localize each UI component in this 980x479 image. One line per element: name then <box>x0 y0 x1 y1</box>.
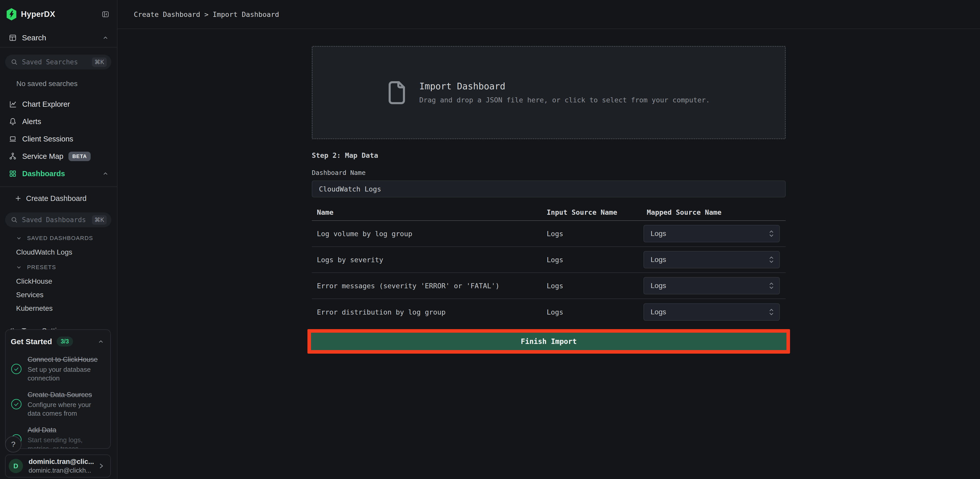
chevron-up-icon[interactable] <box>102 171 109 177</box>
table-header-row: Name Input Source Name Mapped Source Nam… <box>312 204 786 221</box>
search-section-icon <box>9 34 17 42</box>
user-email: dominic.tran@clickh... <box>29 467 98 474</box>
chevron-down-icon <box>16 265 22 270</box>
bell-icon <box>8 118 17 126</box>
app-root: HyperDX Search <box>0 0 980 479</box>
input-source-cell: Logs <box>547 256 643 264</box>
sidebar-nav: Chart Explorer Alerts Client Sessions <box>0 95 117 187</box>
input-source-cell: Logs <box>547 230 643 238</box>
sidebar-item-cloudwatch-logs[interactable]: CloudWatch Logs <box>16 248 117 256</box>
table-row: Error messages (severity 'ERROR' or 'FAT… <box>312 273 786 299</box>
chart-icon <box>8 100 17 108</box>
beta-badge: BETA <box>68 152 91 161</box>
section-title: SAVED DASHBOARDS <box>27 235 93 242</box>
annotation-highlight-box: Finish Import <box>307 329 790 353</box>
selected-value: Logs <box>651 308 768 316</box>
help-button[interactable]: ? <box>5 436 21 452</box>
chart-name-cell: Error distribution by log group <box>312 308 547 316</box>
mapped-source-select[interactable]: Logs <box>643 225 780 242</box>
selected-value: Logs <box>651 282 768 290</box>
mapped-source-select[interactable]: Logs <box>643 251 780 268</box>
get-started-item-connect[interactable]: Connect to ClickHouse Set up your databa… <box>11 355 104 383</box>
dropzone-title: Import Dashboard <box>419 81 710 91</box>
brand: HyperDX <box>6 8 55 21</box>
sidebar-item-client-sessions[interactable]: Client Sessions <box>0 130 117 148</box>
avatar: D <box>9 459 23 473</box>
saved-dashboards-input[interactable] <box>22 216 92 224</box>
saved-dashboards-section-header[interactable]: SAVED DASHBOARDS <box>16 235 117 242</box>
mapped-source-select[interactable]: Logs <box>643 277 780 294</box>
sidebar-item-alerts[interactable]: Alerts <box>0 113 117 130</box>
collapse-sidebar-icon[interactable] <box>102 11 109 18</box>
get-started-header[interactable]: Get Started 3/3 <box>11 337 104 347</box>
chevron-down-icon <box>16 236 22 241</box>
cmd-k-shortcut: ⌘K <box>92 57 107 67</box>
saved-dashboards-search[interactable]: ⌘K <box>5 212 111 227</box>
sidebar-item-chart-explorer[interactable]: Chart Explorer <box>0 95 117 113</box>
input-source-cell: Logs <box>547 282 643 290</box>
sidebar-item-clickhouse[interactable]: ClickHouse <box>16 277 117 285</box>
check-circle-icon <box>11 390 22 418</box>
check-circle-icon <box>11 355 22 383</box>
search-icon <box>11 216 18 223</box>
input-source-cell: Logs <box>547 308 643 316</box>
create-dashboard-button[interactable]: Create Dashboard <box>0 190 117 207</box>
chevron-up-icon[interactable] <box>102 35 109 41</box>
user-account-button[interactable]: D dominic.tran@clic... dominic.tran@clic… <box>5 455 111 477</box>
table-row: Error distribution by log group Logs Log… <box>312 299 786 325</box>
dropzone-subtitle: Drag and drop a JSON file here, or click… <box>419 96 710 104</box>
chart-name-cell: Log volume by log group <box>312 230 547 238</box>
chart-name-cell: Logs by severity <box>312 256 547 264</box>
table-row: Logs by severity Logs Logs <box>312 247 786 273</box>
sidebar-item-kubernetes[interactable]: Kubernetes <box>16 304 117 312</box>
sidebar-item-label: Alerts <box>22 118 41 126</box>
map-data-table: Name Input Source Name Mapped Source Nam… <box>312 204 786 325</box>
laptop-icon <box>8 135 17 143</box>
sidebar-item-label: Service Map <box>22 152 63 161</box>
select-chevrons-icon <box>768 308 774 316</box>
get-started-item-title: Create Data Sources <box>27 390 102 399</box>
sidebar-item-services[interactable]: Services <box>16 291 117 299</box>
user-name: dominic.tran@clic... <box>29 458 98 466</box>
select-chevrons-icon <box>768 282 774 290</box>
get-started-item-title: Add Data <box>27 426 102 434</box>
brand-name: HyperDX <box>21 10 55 19</box>
section-title: PRESETS <box>27 264 56 271</box>
get-started-item-sources[interactable]: Create Data Sources Configure where your… <box>11 390 104 418</box>
saved-searches-search[interactable]: ⌘K <box>5 55 111 70</box>
get-started-title: Get Started <box>11 337 52 346</box>
sidebar-item-dashboards[interactable]: Dashboards <box>0 165 117 182</box>
saved-searches-input[interactable] <box>22 58 92 66</box>
import-dropzone[interactable]: Import Dashboard Drag and drop a JSON fi… <box>312 46 786 139</box>
get-started-item-add-data[interactable]: Add Data Start sending logs, metrics, or… <box>11 426 104 449</box>
service-map-icon <box>8 152 17 160</box>
column-header-mapped-source: Mapped Source Name <box>643 208 786 216</box>
dashboard-name-label: Dashboard Name <box>312 169 786 177</box>
sidebar: HyperDX Search <box>0 0 118 479</box>
plus-icon <box>15 195 21 202</box>
chevron-up-icon[interactable] <box>97 339 104 344</box>
step-title: Step 2: Map Data <box>312 151 786 159</box>
table-row: Log volume by log group Logs Logs <box>312 221 786 247</box>
select-chevrons-icon <box>768 230 774 237</box>
no-saved-searches-text: No saved searches <box>16 80 117 88</box>
column-header-name: Name <box>312 208 547 216</box>
dashboards-grid-icon <box>8 170 17 178</box>
hyperdx-logo-icon <box>6 8 16 21</box>
breadcrumb: Create Dashboard > Import Dashboard <box>134 11 279 18</box>
dashboard-name-input[interactable] <box>312 180 786 197</box>
main-area: Create Dashboard > Import Dashboard Impo… <box>118 0 980 479</box>
finish-import-button[interactable]: Finish Import <box>311 333 786 350</box>
file-icon <box>388 81 406 105</box>
content: Import Dashboard Drag and drop a JSON fi… <box>312 29 786 353</box>
search-icon <box>11 59 18 65</box>
get-started-items: Connect to ClickHouse Set up your databa… <box>11 355 104 449</box>
presets-section-header[interactable]: PRESETS <box>16 264 117 271</box>
brand-row: HyperDX <box>0 0 117 29</box>
sidebar-item-service-map[interactable]: Service Map BETA <box>0 148 117 165</box>
create-dashboard-label: Create Dashboard <box>26 194 87 203</box>
topbar: Create Dashboard > Import Dashboard <box>118 0 980 29</box>
cmd-k-shortcut: ⌘K <box>92 215 107 225</box>
mapped-source-select[interactable]: Logs <box>643 303 780 321</box>
sidebar-group-search[interactable]: Search <box>0 29 117 48</box>
